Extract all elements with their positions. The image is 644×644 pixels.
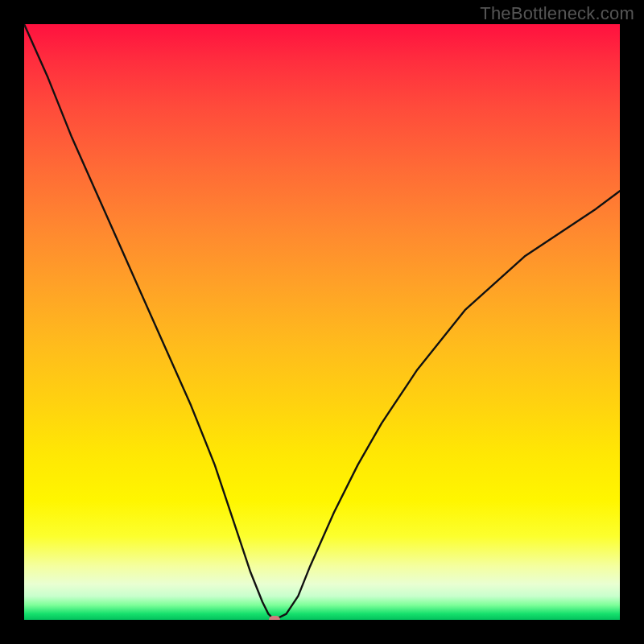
plot-area (24, 24, 620, 620)
curve-svg (24, 24, 620, 620)
chart-frame: TheBottleneck.com (0, 0, 644, 644)
bottleneck-curve (24, 24, 620, 620)
optimum-marker (269, 616, 280, 620)
watermark-text: TheBottleneck.com (480, 3, 634, 24)
